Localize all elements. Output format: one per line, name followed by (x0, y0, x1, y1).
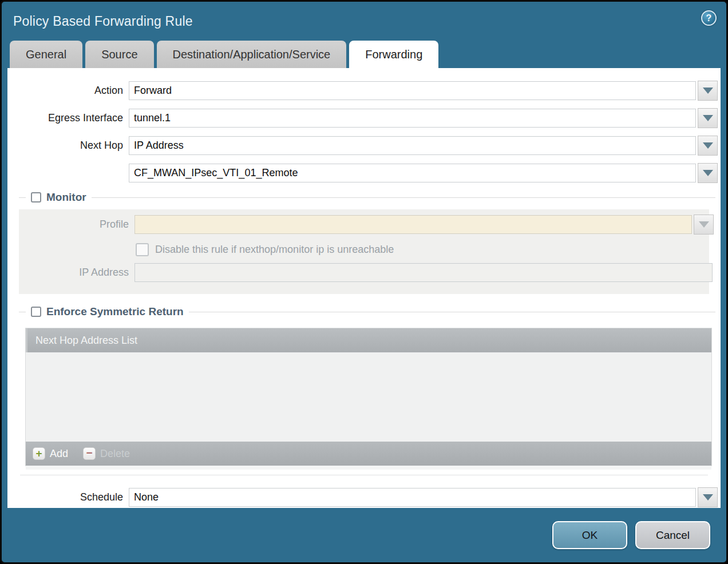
divider (19, 197, 26, 198)
dialog-footer: OK Cancel (2, 508, 726, 562)
egress-interface-label: Egress Interface (7, 112, 129, 124)
dialog-titlebar: Policy Based Forwarding Rule ? (2, 2, 726, 41)
monitor-ip-address-input (134, 263, 713, 282)
forwarding-tab-panel: Action Forward Egress Interface tunnel.1… (7, 68, 721, 508)
schedule-dropdown-button[interactable] (698, 487, 718, 507)
next-hop-dropdown-button[interactable] (698, 136, 718, 156)
next-hop-address-row: CF_MWAN_IPsec_VTI_01_Remote (7, 163, 721, 183)
policy-based-forwarding-dialog: Policy Based Forwarding Rule ? General S… (0, 0, 728, 564)
chevron-down-icon (703, 88, 713, 94)
chevron-down-icon (699, 221, 709, 228)
schedule-row: Schedule None (7, 487, 721, 507)
minus-icon: − (83, 447, 96, 460)
monitor-ip-address-label: IP Address (19, 267, 134, 279)
tab-forwarding[interactable]: Forwarding (349, 41, 438, 68)
next-hop-address-table: Next Hop Address List + Add − Delete (26, 328, 711, 466)
disable-rule-row: Disable this rule if nexthop/monitor ip … (136, 242, 709, 257)
help-icon[interactable]: ? (701, 10, 717, 26)
divider (19, 312, 26, 312)
next-hop-type-value: IP Address (134, 140, 184, 152)
chevron-down-icon (703, 142, 713, 149)
action-value: Forward (134, 85, 172, 97)
egress-interface-value: tunnel.1 (134, 112, 171, 124)
next-hop-type-dropdown[interactable]: IP Address (129, 136, 696, 155)
enforce-symmetric-return-checkbox[interactable] (31, 307, 41, 317)
schedule-label: Schedule (7, 491, 129, 503)
monitor-profile-dropdown-button (694, 215, 714, 235)
divider (189, 312, 715, 312)
enforce-symmetric-return-title: Enforce Symmetric Return (46, 305, 189, 318)
chevron-down-icon (703, 170, 713, 176)
action-dropdown[interactable]: Forward (129, 81, 696, 100)
next-hop-address-dropdown-button[interactable] (698, 163, 718, 183)
enforce-symmetric-return-header: Enforce Symmetric Return (19, 305, 715, 319)
tab-source[interactable]: Source (85, 41, 153, 68)
ok-button[interactable]: OK (552, 521, 627, 549)
delete-button-label: Delete (100, 448, 130, 460)
next-hop-label: Next Hop (7, 140, 129, 152)
disable-rule-checkbox (136, 243, 149, 256)
monitor-ip-address-row: IP Address (19, 263, 709, 282)
monitor-profile-label: Profile (19, 219, 134, 231)
dialog-title: Policy Based Forwarding Rule (13, 14, 193, 29)
monitor-group-header: Monitor (19, 190, 715, 204)
next-hop-address-value: CF_MWAN_IPsec_VTI_01_Remote (134, 167, 298, 179)
schedule-value: None (134, 491, 159, 503)
enforce-symmetric-return-group: Enforce Symmetric Return Next Hop Addres… (7, 305, 721, 475)
egress-interface-row: Egress Interface tunnel.1 (7, 108, 721, 128)
next-hop-row: Next Hop IP Address (7, 136, 721, 156)
action-dropdown-button[interactable] (698, 81, 718, 101)
chevron-down-icon (703, 115, 713, 121)
egress-interface-dropdown[interactable]: tunnel.1 (129, 109, 696, 128)
table-bottom-strip (26, 466, 711, 470)
action-label: Action (7, 85, 129, 97)
egress-interface-dropdown-button[interactable] (698, 108, 718, 128)
tab-destination-application-service[interactable]: Destination/Application/Service (157, 41, 347, 68)
plus-icon: + (33, 447, 45, 460)
monitor-group-title: Monitor (46, 191, 92, 204)
divider (92, 197, 715, 198)
next-hop-address-list-column-header: Next Hop Address List (26, 328, 711, 352)
next-hop-address-table-body (26, 352, 711, 442)
add-button[interactable]: + Add (33, 447, 68, 460)
tab-general[interactable]: General (10, 41, 82, 68)
enforce-symmetric-return-body: Next Hop Address List + Add − Delete (20, 328, 708, 475)
monitor-profile-row: Profile (19, 215, 709, 235)
cancel-button[interactable]: Cancel (635, 521, 710, 549)
add-button-label: Add (50, 448, 68, 460)
tab-bar: General Source Destination/Application/S… (2, 41, 726, 68)
monitor-profile-dropdown (134, 215, 692, 234)
monitor-group-body: Profile Disable this rule if nexthop/mon… (19, 209, 709, 294)
monitor-group: Monitor Profile Disable this rule if nex… (7, 190, 721, 294)
schedule-dropdown[interactable]: None (129, 488, 696, 507)
delete-button: − Delete (83, 447, 130, 460)
action-row: Action Forward (7, 81, 721, 101)
next-hop-address-table-toolbar: + Add − Delete (26, 442, 711, 466)
disable-rule-label: Disable this rule if nexthop/monitor ip … (155, 244, 394, 256)
next-hop-address-dropdown[interactable]: CF_MWAN_IPsec_VTI_01_Remote (129, 164, 696, 182)
chevron-down-icon (703, 494, 713, 501)
monitor-checkbox[interactable] (31, 192, 41, 202)
